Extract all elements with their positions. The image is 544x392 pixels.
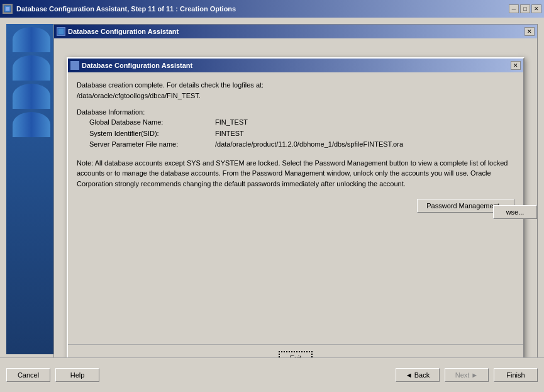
cylinder-graphic-4 bbox=[13, 112, 50, 137]
db-info-title: Database Information: bbox=[77, 108, 514, 116]
outer-titlebar-buttons: ─ □ ✕ bbox=[509, 4, 541, 13]
back-label: Back bbox=[414, 371, 430, 379]
outer-close-button[interactable]: ✕ bbox=[531, 4, 541, 13]
nested-dialog: Database Configuration Assistant ✕ Datab… bbox=[67, 57, 525, 372]
sid-row: System Identifier(SID): FINTEST bbox=[77, 128, 514, 140]
bottom-toolbar: Cancel Help ◄ Back Next ► Finish bbox=[0, 357, 544, 392]
global-db-name-value: FIN_TEST bbox=[215, 117, 248, 128]
nested-dialog-body: Database creation complete. For details … bbox=[68, 72, 523, 344]
cancel-button[interactable]: Cancel bbox=[6, 368, 50, 382]
db-info-section: Database Information: Global Database Na… bbox=[77, 108, 514, 150]
minimize-button[interactable]: ─ bbox=[509, 4, 519, 13]
note-text: Note: All database accounts except SYS a… bbox=[77, 158, 514, 189]
finish-button[interactable]: Finish bbox=[494, 368, 538, 382]
outer-titlebar-icon bbox=[3, 4, 13, 14]
nested-dialog-title: Database Configuration Assistant bbox=[82, 62, 511, 69]
inner-dialog-outer: Database Configuration Assistant ✕ Datab… bbox=[53, 24, 538, 386]
left-decorative-panel bbox=[6, 24, 57, 354]
nested-dialog-icon bbox=[70, 61, 79, 70]
inner-dialog-outer-titlebar: Database Configuration Assistant ✕ bbox=[54, 25, 537, 38]
back-button[interactable]: ◄ Back bbox=[396, 368, 440, 382]
next-arrow-icon: ► bbox=[471, 371, 478, 379]
cylinder-graphic-3 bbox=[13, 84, 50, 109]
password-btn-row: Password Management... bbox=[77, 199, 514, 213]
inner-dialog-outer-title: Database Configuration Assistant bbox=[68, 28, 525, 35]
cylinder-graphic-2 bbox=[13, 55, 50, 81]
next-button[interactable]: Next ► bbox=[445, 368, 489, 382]
server-param-value: /data/oracle/product/11.2.0/dbhome_1/dbs… bbox=[215, 139, 403, 150]
browse-button[interactable]: wse... bbox=[493, 205, 537, 219]
outer-titlebar: Database Configuration Assistant, Step 1… bbox=[0, 0, 544, 18]
completion-text: Database creation complete. For details … bbox=[77, 80, 514, 101]
nested-dialog-titlebar: Database Configuration Assistant ✕ bbox=[68, 59, 523, 72]
sid-value: FINTEST bbox=[215, 128, 244, 140]
global-db-name-row: Global Database Name: FIN_TEST bbox=[77, 117, 514, 128]
outer-window: Database Configuration Assistant, Step 1… bbox=[0, 0, 544, 392]
sid-label: System Identifier(SID): bbox=[89, 128, 215, 140]
inner-dialog-outer-close-button[interactable]: ✕ bbox=[525, 27, 535, 36]
server-param-row: Server Parameter File name: /data/oracle… bbox=[77, 139, 514, 150]
cylinder-graphic-1 bbox=[13, 27, 50, 52]
help-button[interactable]: Help bbox=[55, 368, 99, 382]
maximize-button[interactable]: □ bbox=[520, 4, 530, 13]
global-db-name-label: Global Database Name: bbox=[89, 117, 215, 128]
next-label: Next bbox=[455, 371, 470, 379]
back-arrow-icon: ◄ bbox=[406, 371, 413, 379]
svg-rect-1 bbox=[6, 7, 9, 11]
server-param-label: Server Parameter File name: bbox=[89, 139, 215, 150]
inner-dialog-outer-body: Database Configuration Assistant ✕ Datab… bbox=[54, 38, 537, 385]
outer-window-title: Database Configuration Assistant, Step 1… bbox=[16, 5, 509, 13]
svg-rect-2 bbox=[58, 28, 64, 35]
inner-dialog-outer-icon bbox=[57, 27, 65, 36]
nested-dialog-close-button[interactable]: ✕ bbox=[511, 61, 521, 70]
